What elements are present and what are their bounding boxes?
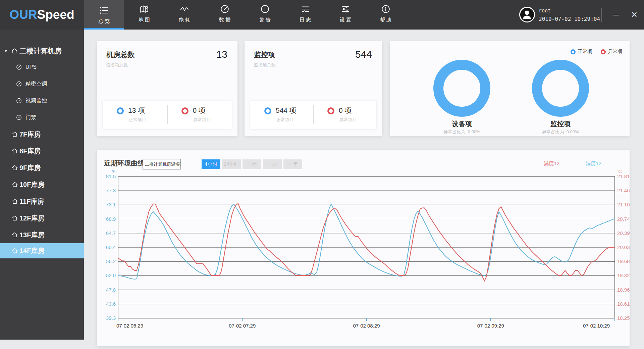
card-subtitle: 设备项总数 <box>106 62 128 68</box>
card-total-value: 13 <box>216 49 227 60</box>
svg-text:64.7: 64.7 <box>106 230 116 236</box>
abnormal-stat: 0 项异常项目 <box>167 101 232 129</box>
home-icon <box>11 198 18 205</box>
home-icon <box>11 214 18 222</box>
card-stat-panel: 544 项正常项目0 项异常项目 <box>250 101 376 129</box>
sidebar-item-precision-ac[interactable]: 精密空调 <box>0 78 84 90</box>
minimize-button[interactable]: ─ <box>608 0 625 30</box>
monitor-total-card: 监控项监控项总数544544 项正常项目0 项异常项目 <box>245 41 382 136</box>
svg-text:60.4: 60.4 <box>106 244 116 250</box>
donut-label-device-items: 设备项 <box>425 119 499 129</box>
sidebar-item-storage-11f[interactable]: 11F库房 <box>0 195 84 208</box>
nav-tab-energy[interactable]: 能耗 <box>164 0 205 30</box>
card-title: 机房总数 <box>106 50 135 59</box>
nav-tab-label: 能耗 <box>177 17 192 23</box>
sidebar-item-storage-14f[interactable]: 14F库房 <box>0 243 84 258</box>
home-icon <box>11 47 18 55</box>
status-donut-panel: 正常项异常项设备项异常占比为: 0.00%监控项异常占比为: 0.00% <box>390 41 630 136</box>
svg-text:07-02 08:29: 07-02 08:29 <box>353 323 380 329</box>
normal-label: 正常项目 <box>129 117 146 123</box>
sidebar: ▼二楼计算机房UPS精密空调视频监控门禁7F库房8F库房9F库房10F库房11F… <box>0 30 84 340</box>
card-total-value: 544 <box>355 49 372 60</box>
settings-icon <box>340 4 351 14</box>
abnormal-ring-icon <box>327 107 334 114</box>
svg-text:56.2: 56.2 <box>106 258 116 264</box>
nav-tab-label: 帮助 <box>379 17 393 23</box>
home-icon <box>11 147 18 155</box>
gauge-icon <box>16 64 22 70</box>
svg-text:20.74: 20.74 <box>617 216 630 222</box>
sidebar-item-access-control[interactable]: 门禁 <box>0 112 84 123</box>
room-selector-dropdown[interactable]: 二楼计算机房温湿环 ∨ <box>143 159 181 169</box>
sidebar-item-label: 13F库房 <box>19 231 44 240</box>
gauge-icon <box>16 64 22 70</box>
abnormal-value: 0 项 <box>339 106 352 115</box>
nav-tab-alerts[interactable]: 警告 <box>245 0 285 30</box>
normal-ring-icon <box>264 107 271 114</box>
nav-tab-settings[interactable]: 设置 <box>325 0 366 30</box>
sidebar-item-storage-13f[interactable]: 13F库房 <box>0 229 84 241</box>
sidebar-item-label: 14F库房 <box>19 246 44 255</box>
abnormal-stat: 0 项异常项目 <box>313 101 376 129</box>
nav-tab-label: 警告 <box>258 17 272 23</box>
avatar[interactable] <box>519 7 535 22</box>
home-icon <box>11 231 18 239</box>
sidebar-item-label: 精密空调 <box>25 81 47 88</box>
chart-title: 近期环境曲线 <box>104 159 144 168</box>
range-button-2[interactable]: 一周 <box>243 159 261 169</box>
sidebar-item-storage-12f[interactable]: 12F库房 <box>0 212 84 225</box>
nav-tab-map[interactable]: 地图 <box>124 0 164 30</box>
close-button[interactable]: ✕ <box>626 0 643 30</box>
sidebar-item-computer-room-2f[interactable]: ▼二楼计算机房 <box>0 44 84 58</box>
sidebar-item-label: 门禁 <box>25 114 36 121</box>
svg-text:°C: °C <box>616 169 622 174</box>
time-range-buttons: 4小时24小时一周一月一年 <box>202 159 302 169</box>
svg-text:18.25: 18.25 <box>617 315 630 321</box>
sidebar-item-label: 11F库房 <box>19 197 44 206</box>
caret-down-icon: ▼ <box>4 49 8 53</box>
sidebar-item-storage-8f[interactable]: 8F库房 <box>0 145 84 157</box>
range-button-1[interactable]: 24小时 <box>222 159 241 169</box>
sidebar-item-label: UPS <box>25 64 37 70</box>
log-icon <box>300 4 310 14</box>
sidebar-item-storage-7f[interactable]: 7F库房 <box>0 128 84 141</box>
normal-ring-icon <box>117 107 124 114</box>
home-icon <box>11 198 18 205</box>
range-button-3[interactable]: 一月 <box>263 159 282 169</box>
home-icon <box>11 131 18 138</box>
nav-tab-overview[interactable]: 总览 <box>84 0 124 30</box>
nav-tab-logs[interactable]: 日志 <box>285 0 325 30</box>
home-icon <box>11 181 18 188</box>
normal-value: 544 项 <box>276 106 297 115</box>
svg-text:52.0: 52.0 <box>106 272 116 278</box>
sidebar-item-ups[interactable]: UPS <box>0 61 84 73</box>
range-button-0[interactable]: 4小时 <box>202 159 220 169</box>
svg-text:18.61: 18.61 <box>617 301 630 307</box>
home-icon <box>11 181 18 188</box>
energy-icon <box>179 4 190 14</box>
top-nav: 总览地图能耗数据警告日志设置帮助 <box>84 0 406 30</box>
gauge-icon <box>220 4 230 14</box>
abnormal-ring-icon <box>181 107 189 114</box>
svg-text:43.6: 43.6 <box>106 301 116 307</box>
svg-text:07-02 07:29: 07-02 07:29 <box>229 323 256 329</box>
sidebar-item-video-surveillance[interactable]: 视频监控 <box>0 95 84 106</box>
temperature-series-label[interactable]: 温度12 <box>544 160 559 167</box>
svg-text:73.1: 73.1 <box>106 202 116 207</box>
sidebar-item-label: 10F库房 <box>19 180 44 189</box>
sidebar-item-storage-9f[interactable]: 9F库房 <box>0 161 84 174</box>
home-icon <box>11 164 18 171</box>
nav-tab-data[interactable]: 数据 <box>205 0 245 30</box>
sidebar-item-storage-10f[interactable]: 10F库房 <box>0 178 84 191</box>
sidebar-item-label: 视频监控 <box>25 97 47 104</box>
series-humidity <box>118 204 615 279</box>
svg-text:20.03: 20.03 <box>617 244 630 250</box>
range-button-4[interactable]: 一年 <box>283 159 302 169</box>
normal-label: 正常项目 <box>276 117 294 123</box>
humidity-series-label[interactable]: 湿度12 <box>586 160 601 167</box>
user-name: root <box>539 8 551 14</box>
donut-ring-device-items <box>438 65 485 112</box>
svg-text:68.9: 68.9 <box>106 216 116 222</box>
app-logo: OURSpeed <box>0 0 84 30</box>
nav-tab-help[interactable]: 帮助 <box>366 0 406 30</box>
